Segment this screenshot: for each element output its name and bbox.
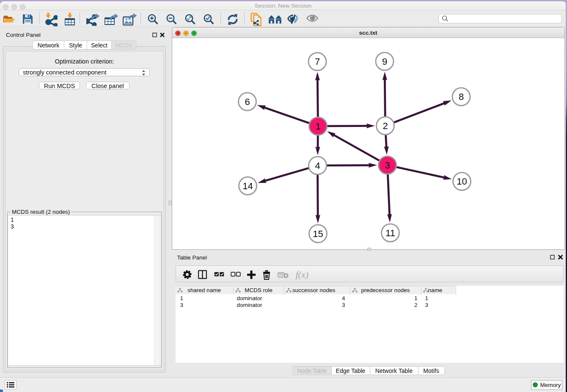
svg-text:10: 10 xyxy=(457,176,467,187)
svg-text:4: 4 xyxy=(315,160,320,171)
svg-text:1: 1 xyxy=(315,121,320,132)
svg-text:9: 9 xyxy=(382,56,387,67)
svg-text:15: 15 xyxy=(313,229,323,239)
svg-text:11: 11 xyxy=(385,228,395,238)
svg-text:8: 8 xyxy=(458,91,463,102)
svg-text:14: 14 xyxy=(242,181,253,191)
svg-text:2: 2 xyxy=(383,121,388,131)
svg-text:6: 6 xyxy=(245,97,250,107)
svg-text:3: 3 xyxy=(385,160,390,171)
svg-text:7: 7 xyxy=(314,56,319,67)
